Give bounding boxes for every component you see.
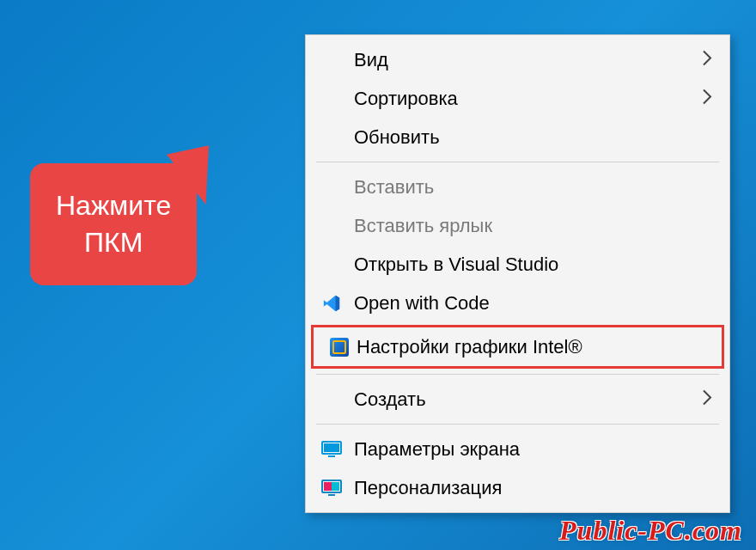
menu-item-refresh[interactable]: Обновить <box>306 118 729 156</box>
menu-item-create[interactable]: Создать <box>306 380 729 419</box>
menu-label: Персонализация <box>354 474 502 502</box>
menu-item-paste-shortcut: Вставить ярлык <box>306 206 729 245</box>
menu-label: Настройки графики Intel® <box>357 333 582 361</box>
menu-separator <box>316 162 719 162</box>
menu-separator <box>316 424 719 425</box>
highlighted-menu-item: Настройки графики Intel® <box>311 325 724 369</box>
menu-label: Обновить <box>354 123 440 151</box>
callout-line2: ПКМ <box>84 227 143 258</box>
svg-rect-6 <box>328 494 335 496</box>
menu-label: Вставить <box>354 173 434 201</box>
menu-separator <box>316 374 719 375</box>
menu-item-intel-graphics[interactable]: Настройки графики Intel® <box>314 327 722 366</box>
menu-label: Создать <box>354 385 426 413</box>
chevron-right-icon <box>702 84 712 113</box>
chevron-right-icon <box>702 385 712 413</box>
svg-rect-5 <box>332 482 339 491</box>
svg-rect-1 <box>324 443 339 452</box>
menu-label: Вид <box>354 46 388 74</box>
menu-item-view[interactable]: Вид <box>306 40 729 79</box>
menu-item-open-with-code[interactable]: Open with Code <box>306 284 729 322</box>
menu-item-paste: Вставить <box>306 168 729 206</box>
menu-item-display-settings[interactable]: Параметры экрана <box>306 430 729 468</box>
menu-item-open-visual-studio[interactable]: Открыть в Visual Studio <box>306 245 729 284</box>
chevron-right-icon <box>702 46 712 74</box>
intel-graphics-icon <box>329 337 350 358</box>
desktop-context-menu: Вид Сортировка Обновить Вставить Вставит… <box>305 34 730 513</box>
instruction-callout: Нажмите ПКМ <box>30 163 197 285</box>
watermark-text: Public-PC.com <box>559 515 742 547</box>
menu-label: Сортировка <box>354 84 458 113</box>
callout-line1: Нажмите <box>56 190 171 221</box>
menu-label: Открыть в Visual Studio <box>354 250 558 278</box>
display-icon <box>321 439 342 460</box>
menu-label: Параметры экрана <box>354 435 520 463</box>
menu-item-sort[interactable]: Сортировка <box>306 79 729 118</box>
personalize-icon <box>321 478 342 498</box>
menu-label: Вставить ярлык <box>354 211 492 240</box>
svg-rect-4 <box>324 482 332 491</box>
svg-rect-2 <box>328 455 335 457</box>
vscode-icon <box>321 293 342 314</box>
menu-label: Open with Code <box>354 289 490 317</box>
menu-item-personalize[interactable]: Персонализация <box>306 468 729 507</box>
